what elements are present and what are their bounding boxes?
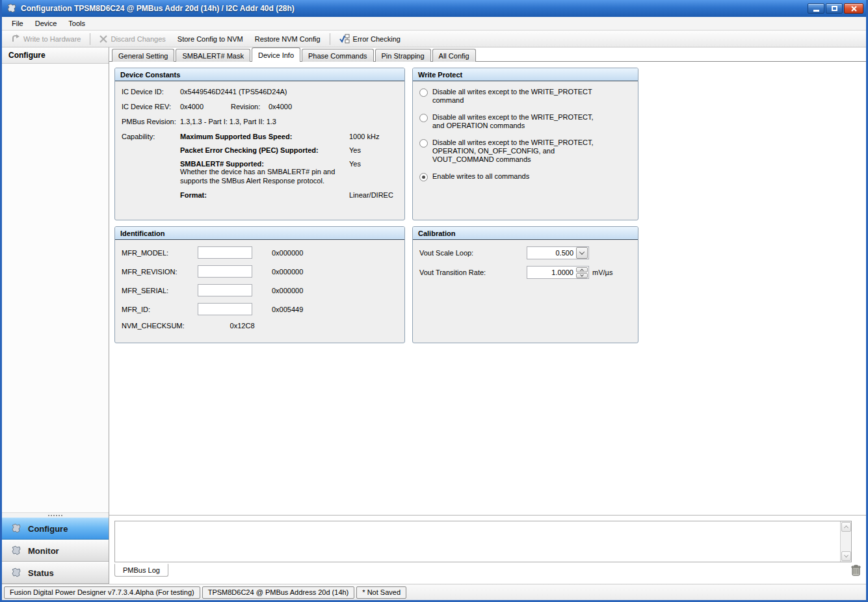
device-constants-title: Device Constants — [115, 68, 404, 81]
status-bar: Fusion Digital Power Designer v7.7.3.4.A… — [2, 584, 866, 600]
write-protect-option-1[interactable]: Disable all writes except to the WRITE_P… — [419, 88, 631, 105]
nav-monitor-label: Monitor — [28, 546, 59, 556]
dropdown-button[interactable] — [576, 247, 588, 259]
vout-transition-rate-stepper[interactable] — [527, 266, 589, 279]
toolbar: Write to Hardware Discard Changes Store … — [2, 31, 866, 47]
scroll-down-button[interactable] — [841, 551, 851, 561]
write-protect-option-2[interactable]: Disable all writes except to the WRITE_P… — [419, 113, 631, 131]
mfr-serial-hex: 0x000000 — [272, 287, 303, 294]
tab-pin-strapping[interactable]: Pin Strapping — [375, 49, 431, 62]
write-protect-title: Write Protect — [413, 68, 638, 81]
ic-device-id-label: IC Device ID: — [122, 88, 180, 96]
write-protect-option-label: Disable all writes except to the WRITE_P… — [432, 113, 595, 131]
discard-changes-button[interactable]: Discard Changes — [94, 33, 170, 45]
write-to-hardware-button[interactable]: Write to Hardware — [6, 33, 86, 45]
write-protect-panel: Write Protect Disable all writes except … — [412, 68, 638, 220]
pmbus-log-textarea[interactable] — [114, 521, 852, 562]
vout-scale-loop-combo[interactable] — [527, 246, 589, 259]
tab-label: SMBALERT# Mask — [182, 52, 244, 60]
write-protect-option-4[interactable]: Enable writes to all commands — [419, 172, 631, 181]
mfr-revision-label: MFR_REVISION: — [122, 268, 198, 276]
vout-transition-rate-input[interactable] — [527, 268, 575, 276]
radio-button[interactable] — [419, 114, 428, 122]
splitter-dots-icon — [48, 515, 49, 516]
radio-button[interactable] — [419, 88, 428, 97]
calibration-panel: Calibration Vout Scale Loop: Vout Transi… — [412, 226, 638, 343]
menu-bar: File Device Tools — [2, 17, 866, 31]
discard-changes-icon — [99, 35, 107, 43]
content-area: General Setting SMBALERT# Mask Device In… — [109, 47, 866, 584]
write-to-hardware-icon — [11, 34, 20, 43]
mfr-revision-hex: 0x000000 — [272, 268, 303, 276]
nav-monitor-button[interactable]: Monitor — [2, 540, 109, 562]
ti-logo-icon — [7, 3, 17, 14]
toolbar-separator — [330, 33, 330, 45]
pmbus-log-tab-label: PMBus Log — [123, 566, 160, 574]
store-config-to-nvm-button[interactable]: Store Config to NVM — [172, 33, 248, 45]
vout-transition-rate-unit: mV/µs — [592, 268, 612, 276]
vout-scale-loop-input[interactable] — [527, 249, 575, 257]
write-protect-option-label: Enable writes to all commands — [432, 172, 529, 181]
ti-logo-icon — [11, 523, 21, 534]
scroll-up-button[interactable] — [841, 522, 851, 532]
spin-up-button[interactable] — [576, 267, 588, 272]
nav-status-button[interactable]: Status — [2, 562, 109, 584]
app-window: Configuration TPSM8D6C24 @ PMBus Addr 20… — [0, 0, 868, 602]
menu-tools[interactable]: Tools — [62, 18, 91, 29]
pmbus-revision-label: PMBus Revision: — [122, 118, 180, 125]
ic-device-rev-label: IC Device REV: — [122, 103, 180, 111]
mfr-id-input[interactable] — [198, 303, 252, 315]
nav-configure-button[interactable]: Configure — [2, 517, 109, 540]
smbalert-supported-value: Yes — [349, 160, 361, 168]
pmbus-log-tab[interactable]: PMBus Log — [114, 564, 168, 577]
clear-log-trash-icon[interactable] — [851, 565, 861, 576]
nvm-checksum-value: 0x12C8 — [230, 322, 255, 330]
ic-device-rev-value: 0x4000 — [180, 103, 231, 111]
mfr-revision-input[interactable] — [198, 265, 252, 278]
splitter-handle[interactable] — [2, 512, 109, 517]
menu-file[interactable]: File — [6, 18, 29, 29]
toolbar-separator — [90, 33, 90, 45]
minimize-icon — [813, 10, 819, 12]
tab-device-info[interactable]: Device Info — [252, 47, 300, 62]
tab-general-setting[interactable]: General Setting — [112, 49, 174, 62]
tab-label: General Setting — [118, 52, 168, 60]
tab-smbalert-mask[interactable]: SMBALERT# Mask — [176, 49, 250, 62]
revision-label: Revision: — [231, 103, 269, 111]
revision-value: 0x4000 — [269, 103, 292, 111]
nav-configure-label: Configure — [28, 524, 68, 534]
device-status: TPSM8D6C24 @ PMBus Address 20d (14h) — [202, 586, 355, 599]
close-button[interactable] — [844, 3, 863, 14]
ic-device-id-value: 0x5449546D2441 (TPS546D24A) — [180, 88, 287, 96]
tab-label: All Config — [439, 52, 469, 60]
tab-phase-commands[interactable]: Phase Commands — [302, 49, 374, 62]
spin-down-button[interactable] — [576, 273, 588, 278]
vout-transition-rate-label: Vout Transition Rate: — [419, 268, 527, 276]
radio-button-selected[interactable] — [419, 173, 428, 181]
chevron-up-icon — [844, 525, 848, 530]
mfr-model-input[interactable] — [198, 246, 252, 259]
restore-nvm-config-button[interactable]: Restore NVM Config — [250, 33, 326, 45]
chevron-down-icon — [844, 553, 848, 558]
tab-strip: General Setting SMBALERT# Mask Device In… — [109, 47, 866, 62]
nav-status-label: Status — [28, 568, 54, 578]
app-version-status: Fusion Digital Power Designer v7.7.3.4.A… — [4, 586, 200, 599]
minimize-button[interactable] — [808, 3, 824, 14]
write-protect-option-3[interactable]: Disable all writes except to the WRITE_P… — [419, 138, 631, 164]
tab-label: Device Info — [258, 51, 294, 59]
menu-device[interactable]: Device — [29, 18, 63, 29]
maximize-button[interactable] — [826, 3, 843, 14]
error-checking-label: Error Checking — [353, 35, 401, 43]
mfr-serial-input[interactable] — [198, 284, 252, 296]
device-info-page: Device Constants IC Device ID: 0x5449546… — [109, 62, 866, 515]
tab-all-config[interactable]: All Config — [432, 49, 476, 62]
error-checking-button[interactable]: Error Checking — [334, 32, 406, 46]
identification-title: Identification — [115, 227, 404, 240]
pec-supported-label: Packet Error Checking (PEC) Supported: — [180, 146, 349, 154]
sidebar-tree-area[interactable] — [2, 64, 109, 512]
log-scrollbar[interactable] — [840, 521, 851, 562]
radio-button[interactable] — [419, 139, 428, 148]
pec-supported-value: Yes — [349, 146, 361, 154]
ti-logo-icon — [11, 568, 21, 578]
close-icon — [851, 6, 857, 12]
